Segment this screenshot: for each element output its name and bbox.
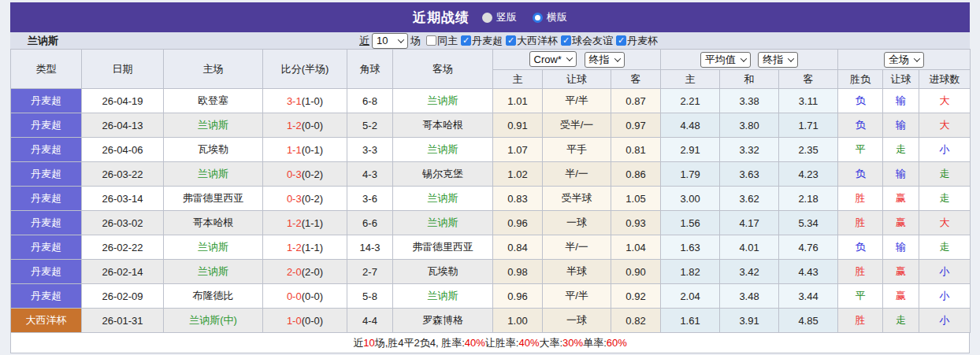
corner-cell: 3-6 — [347, 187, 393, 211]
page-container: 近期战绩 竖版 横版 兰讷斯 近 10 场 同主✓丹麦超✓大西洋杯✓球会友谊✓丹… — [10, 0, 970, 353]
sub-header-avg-away: 客 — [779, 70, 838, 89]
col-header-type: 类型 — [11, 50, 82, 89]
col-header-home: 主场 — [164, 50, 263, 89]
odds-away-cell: 0.87 — [611, 89, 661, 113]
odds-stage-select[interactable]: 终指 — [585, 52, 625, 68]
league-cell: 丹麦超 — [11, 187, 82, 211]
result-handicap-cell: 输 — [883, 162, 919, 187]
home-team-cell: 弗雷德里西亚 — [164, 187, 263, 211]
result-outcome-cell: 平 — [838, 284, 883, 309]
handicap-cell: 平手 — [543, 138, 611, 162]
handicap-cell: 平/半 — [543, 284, 611, 309]
chevron-down-icon — [740, 55, 746, 61]
odds-home-cell: 0.96 — [493, 211, 543, 235]
radio-horizontal-label: 横版 — [547, 10, 567, 24]
sub-header-handicap: 让球 — [543, 70, 611, 89]
table-row: 丹麦超26-03-22兰讷斯0-3(0-2)4-3锡尔克堡1.02半/一0.86… — [11, 162, 971, 187]
avg-source-value: 平均值 — [705, 53, 736, 67]
league-filter-label: 丹麦超 — [472, 34, 503, 48]
avg-draw-cell: 3.62 — [720, 187, 779, 211]
result-outcome-cell: 胜 — [838, 211, 883, 235]
avg-stage-select[interactable]: 终指 — [758, 52, 798, 68]
league-filter-checkbox[interactable]: ✓丹麦超 — [461, 34, 503, 48]
league-cell: 丹麦超 — [11, 284, 82, 309]
odds-away-cell: 0.81 — [611, 138, 661, 162]
summary-segment: 40% — [465, 337, 485, 349]
result-goals-cell: 小 — [919, 284, 971, 309]
league-cell: 丹麦超 — [11, 138, 82, 162]
away-team-cell: 罗森博格 — [393, 309, 493, 333]
odds-away-cell: 0.86 — [611, 162, 661, 187]
full-time-score: 1-1 — [287, 144, 302, 156]
away-team-cell: 兰讷斯 — [393, 211, 493, 235]
league-filter-checkbox[interactable]: ✓球会友谊 — [561, 34, 613, 48]
result-goals-cell: 大 — [919, 113, 971, 138]
table-row: 丹麦超26-03-14弗雷德里西亚0-3(0-2)3-6兰讷斯0.83受半球1.… — [11, 187, 971, 211]
col-header-score: 比分(半场) — [263, 50, 347, 89]
away-team-cell: 兰讷斯 — [393, 187, 493, 211]
score-cell: 1-1(0-1) — [263, 138, 347, 162]
odds-away-cell: 0.93 — [611, 211, 661, 235]
radio-vertical-layout[interactable]: 竖版 — [482, 10, 517, 24]
league-filter-checkbox[interactable]: 同主 — [426, 34, 458, 48]
avg-source-select[interactable]: 平均值 — [700, 52, 751, 68]
checkbox-checked-icon: ✓ — [506, 35, 516, 46]
handicap-cell: 一球 — [543, 309, 611, 333]
score-cell: 1-2(0-0) — [263, 113, 347, 138]
result-handicap-cell: 输 — [883, 113, 919, 138]
score-cell: 1-0(0-0) — [263, 309, 347, 333]
sub-header-goals: 进球数 — [919, 70, 971, 89]
full-time-score: 1-2 — [287, 120, 302, 131]
date-cell: 26-02-09 — [82, 284, 164, 309]
avg-home-cell: 1.61 — [661, 309, 720, 333]
date-cell: 26-02-22 — [82, 235, 164, 260]
league-cell: 丹麦超 — [11, 162, 82, 187]
corner-cell: 3-3 — [347, 138, 393, 162]
near-matches-link[interactable]: 近 — [359, 34, 369, 48]
result-goals-cell: 走 — [919, 235, 971, 260]
avg-draw-cell: 3.63 — [720, 162, 779, 187]
avg-home-cell: 1.56 — [661, 211, 720, 235]
chevron-down-icon — [614, 55, 620, 61]
table-row: 大西洋杯26-01-31兰讷斯(中)1-0(0-0)4-4罗森博格1.00一球0… — [11, 309, 971, 333]
odds-home-cell: 0.96 — [493, 284, 543, 309]
summary-segment: 40% — [518, 337, 539, 349]
layout-radio-group: 竖版 横版 — [482, 10, 567, 24]
odds-away-cell: 0.82 — [611, 309, 661, 333]
corner-cell: 5-8 — [347, 284, 393, 309]
league-cell: 大西洋杯 — [11, 309, 82, 333]
scope-select[interactable]: 全场 — [884, 52, 924, 68]
away-team-cell: 兰讷斯 — [393, 89, 493, 113]
table-row: 丹麦超26-04-06瓦埃勒1-1(0-1)3-3兰讷斯1.07平手0.812.… — [11, 138, 971, 162]
away-team-cell: 兰讷斯 — [393, 138, 493, 162]
odds-away-cell: 1.04 — [611, 235, 661, 260]
sub-header-odds-away: 客 — [611, 70, 661, 89]
result-handicap-cell: 赢 — [883, 260, 919, 284]
result-handicap-cell: 赢 — [883, 211, 919, 235]
odds-away-cell: 0.97 — [611, 113, 661, 138]
avg-away-cell: 3.44 — [779, 284, 838, 309]
radio-horizontal-layout[interactable]: 横版 — [533, 10, 567, 24]
league-filter-checkbox[interactable]: ✓大西洋杯 — [506, 34, 558, 48]
odds-home-cell: 0.91 — [493, 113, 543, 138]
score-cell: 0-3(0-2) — [263, 162, 347, 187]
odds-home-cell: 0.84 — [493, 235, 543, 260]
sub-header-outcome: 胜负 — [838, 70, 883, 89]
match-rows: 丹麦超26-04-19欧登塞3-1(1-0)6-8兰讷斯1.01平/半0.872… — [11, 89, 971, 333]
away-team-cell: 瓦埃勒 — [393, 260, 493, 284]
result-outcome-cell: 胜 — [838, 309, 883, 333]
score-cell: 0-3(0-2) — [263, 187, 347, 211]
date-cell: 26-04-19 — [82, 89, 164, 113]
chevron-down-icon — [914, 55, 920, 61]
recent-results-table: 类型 日期 主场 比分(半场) 角球 客场 Crow* 终指 — [10, 49, 971, 333]
avg-stage-value: 终指 — [763, 53, 783, 67]
match-count-select[interactable]: 10 — [372, 33, 408, 49]
avg-draw-cell: 3.48 — [720, 284, 779, 309]
result-goals-cell: 走 — [919, 187, 971, 211]
odds-source-select[interactable]: Crow* — [529, 51, 577, 67]
avg-away-cell: 4.23 — [779, 162, 838, 187]
chevron-down-icon — [398, 36, 404, 43]
average-group-header: 平均值 终指 — [661, 50, 838, 70]
league-filter-checkbox[interactable]: ✓丹麦杯 — [616, 34, 658, 48]
result-handicap-cell: 走 — [883, 138, 919, 162]
